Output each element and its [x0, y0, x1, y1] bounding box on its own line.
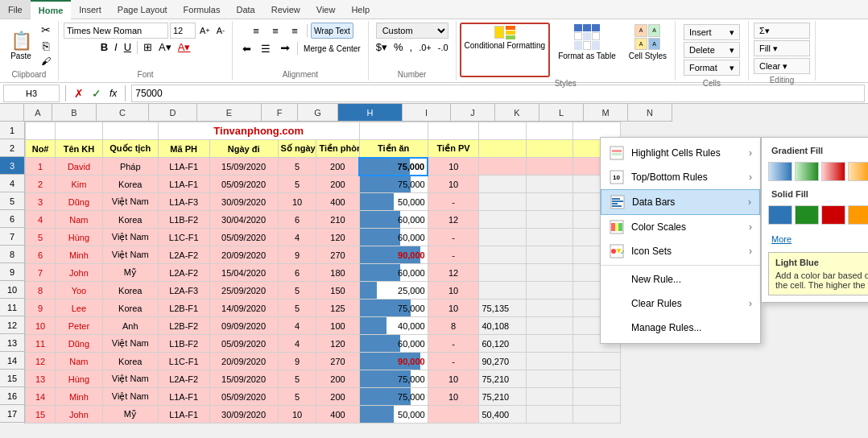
clear-button[interactable]: Clear ▾ — [754, 58, 810, 74]
row-num-11[interactable]: 11 — [0, 299, 24, 316]
swatch-gradient-orange[interactable] — [848, 162, 868, 181]
border-button[interactable]: ⊞ — [141, 40, 155, 54]
cell-e10[interactable]: 25/09/2020 — [209, 282, 278, 300]
cell-f11[interactable]: 5 — [278, 300, 316, 317]
cell-k6[interactable] — [526, 211, 572, 229]
cell-a6[interactable]: 4 — [26, 211, 56, 229]
cell-h2[interactable]: Tiền ăn — [359, 140, 428, 158]
swatch-solid-orange[interactable] — [848, 205, 868, 225]
cell-j15[interactable]: 75,210 — [479, 370, 526, 388]
cell-f14[interactable]: 9 — [278, 353, 316, 370]
cell-k8[interactable] — [526, 246, 572, 264]
cell-c11[interactable]: Korea — [102, 300, 158, 317]
cell-i1[interactable] — [428, 122, 479, 140]
col-header-g[interactable]: G — [298, 104, 338, 122]
font-size-input[interactable] — [170, 23, 196, 39]
cell-i7[interactable]: - — [428, 229, 479, 246]
cell-l15[interactable] — [573, 370, 621, 388]
cell-f13[interactable]: 4 — [278, 335, 316, 353]
align-right-button[interactable]: ⮕ — [276, 40, 294, 56]
cell-reference-input[interactable] — [3, 85, 60, 102]
cell-b16[interactable]: Minh — [56, 388, 102, 406]
cell-h14[interactable]: 90,000 — [359, 353, 428, 370]
cell-h8[interactable]: 90,000 — [359, 246, 428, 264]
underline-button[interactable]: U — [122, 40, 134, 54]
cell-d14[interactable]: L1C-F1 — [158, 353, 209, 370]
cell-h10[interactable]: 25,000 — [359, 282, 428, 300]
cell-b3[interactable]: David — [56, 158, 102, 176]
align-center-button[interactable]: ☰ — [257, 40, 275, 56]
row-num-3[interactable]: 3 — [0, 157, 24, 175]
cell-h4[interactable]: 75,000 — [359, 176, 428, 193]
cell-j6[interactable] — [479, 211, 526, 229]
cell-f2[interactable]: Số ngày ở — [278, 140, 316, 158]
formula-input[interactable] — [131, 85, 865, 102]
cell-b2[interactable]: Tên KH — [56, 140, 102, 158]
swatch-gradient-red[interactable] — [821, 162, 845, 181]
row-num-16[interactable]: 16 — [0, 387, 24, 405]
cell-h11[interactable]: 75,000 — [359, 300, 428, 317]
cell-a2[interactable]: No# — [26, 140, 56, 158]
cell-f12[interactable]: 4 — [278, 317, 316, 335]
cell-d5[interactable]: L1A-F3 — [158, 193, 209, 211]
cell-a5[interactable]: 3 — [26, 193, 56, 211]
confirm-formula-button[interactable]: ✓ — [89, 86, 104, 101]
cell-f6[interactable]: 6 — [278, 211, 316, 229]
row-num-4[interactable]: 4 — [0, 175, 24, 192]
cell-f9[interactable]: 6 — [278, 264, 316, 282]
cell-a8[interactable]: 6 — [26, 246, 56, 264]
cell-k10[interactable] — [526, 282, 572, 300]
conditional-formatting-button[interactable]: Conditional Formatting — [460, 23, 551, 77]
cell-a7[interactable]: 5 — [26, 229, 56, 246]
cell-a17[interactable]: 15 — [26, 406, 56, 424]
cell-c8[interactable]: Việt Nam — [102, 246, 158, 264]
cell-b6[interactable]: Nam — [56, 211, 102, 229]
cell-e3[interactable]: 15/09/2020 — [209, 158, 278, 176]
wrap-text-button[interactable]: Wrap Text — [311, 23, 353, 39]
cell-b11[interactable]: Lee — [56, 300, 102, 317]
cell-g5[interactable]: 400 — [316, 193, 359, 211]
cell-d7[interactable]: L1C-F1 — [158, 229, 209, 246]
align-top-right-button[interactable]: ≡ — [286, 23, 304, 39]
clear-rules-item[interactable]: Clear Rules › — [601, 291, 760, 316]
cell-f16[interactable]: 5 — [278, 388, 316, 406]
cell-j10[interactable] — [479, 282, 526, 300]
cell-j12[interactable]: 40,108 — [479, 317, 526, 335]
cell-d1[interactable]: Tinvanphong.com — [158, 122, 359, 140]
cell-g14[interactable]: 270 — [316, 353, 359, 370]
cell-c13[interactable]: Việt Nam — [102, 335, 158, 353]
manage-rules-item[interactable]: Manage Rules... — [601, 316, 760, 340]
row-num-14[interactable]: 14 — [0, 352, 24, 370]
cell-e14[interactable]: 20/09/2020 — [209, 353, 278, 370]
cell-b12[interactable]: Peter — [56, 317, 102, 335]
row-num-15[interactable]: 15 — [0, 370, 24, 387]
cell-i6[interactable]: 12 — [428, 211, 479, 229]
autosum-button[interactable]: Σ▾ — [754, 23, 810, 39]
row-num-6[interactable]: 6 — [0, 210, 24, 228]
cell-h12[interactable]: 40,000 — [359, 317, 428, 335]
cell-i15[interactable]: 10 — [428, 370, 479, 388]
col-header-j[interactable]: J — [451, 104, 495, 122]
cell-l16[interactable] — [573, 388, 621, 406]
cell-b8[interactable]: Minh — [56, 246, 102, 264]
cell-i14[interactable]: - — [428, 353, 479, 370]
cell-k11[interactable] — [526, 300, 572, 317]
cell-k17[interactable] — [526, 406, 572, 424]
bold-button[interactable]: B — [98, 40, 110, 54]
cell-d4[interactable]: L1A-F1 — [158, 176, 209, 193]
cell-g6[interactable]: 210 — [316, 211, 359, 229]
cell-j11[interactable]: 75,135 — [479, 300, 526, 317]
cell-j14[interactable]: 90,270 — [479, 353, 526, 370]
cell-f7[interactable]: 4 — [278, 229, 316, 246]
cell-a14[interactable]: 12 — [26, 353, 56, 370]
cell-e16[interactable]: 05/09/2020 — [209, 388, 278, 406]
cell-styles-button[interactable]: A A A A Cell Styles — [624, 23, 672, 77]
highlight-cells-rules-item[interactable]: Highlight Cells Rules › — [601, 141, 760, 165]
cell-g13[interactable]: 120 — [316, 335, 359, 353]
cell-c12[interactable]: Anh — [102, 317, 158, 335]
row-num-7[interactable]: 7 — [0, 228, 24, 246]
format-painter-button[interactable]: 🖌 — [39, 55, 53, 68]
row-num-2[interactable]: 2 — [0, 139, 24, 157]
cell-f17[interactable]: 10 — [278, 406, 316, 424]
tab-insert[interactable]: Insert — [71, 0, 110, 19]
